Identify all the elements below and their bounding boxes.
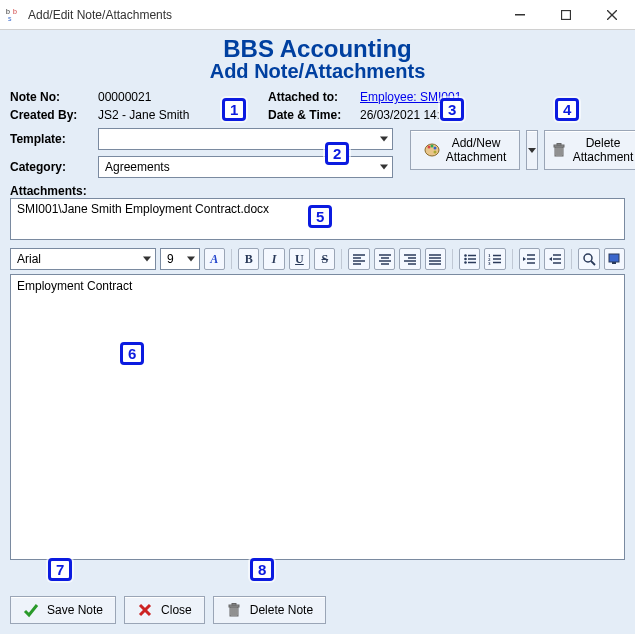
toolbar-separator — [512, 249, 513, 269]
check-icon — [23, 602, 39, 618]
delete-note-button[interactable]: Delete Note — [213, 596, 326, 624]
callout-5: 5 — [308, 205, 332, 228]
align-justify-button[interactable] — [425, 248, 446, 270]
callout-4: 4 — [555, 98, 579, 121]
note-editor-content: Employment Contract — [17, 279, 132, 293]
template-label: Template: — [10, 132, 98, 146]
svg-rect-15 — [557, 144, 561, 146]
svg-text:3: 3 — [488, 261, 491, 266]
minimize-button[interactable] — [497, 0, 543, 30]
svg-rect-57 — [609, 254, 619, 262]
outdent-button[interactable] — [519, 248, 540, 270]
created-by-label: Created By: — [10, 108, 98, 122]
italic-button[interactable]: I — [263, 248, 284, 270]
svg-point-37 — [464, 258, 467, 261]
toolbar-separator — [341, 249, 342, 269]
underline-button[interactable]: U — [289, 248, 310, 270]
svg-text:b: b — [6, 8, 10, 15]
add-new-attachment-button[interactable]: Add/New Attachment — [410, 130, 520, 170]
category-value: Agreements — [105, 160, 170, 174]
font-style-button[interactable]: A — [204, 248, 225, 270]
zoom-button[interactable] — [578, 248, 599, 270]
indent-button[interactable] — [544, 248, 565, 270]
client-area: BBS Accounting Add Note/Attachments Note… — [0, 30, 635, 634]
toolbar-separator — [231, 249, 232, 269]
align-right-button[interactable] — [399, 248, 420, 270]
maximize-button[interactable] — [543, 0, 589, 30]
palette-icon — [424, 142, 440, 158]
note-editor[interactable]: Employment Contract — [10, 274, 625, 560]
svg-point-35 — [464, 255, 467, 258]
save-note-label: Save Note — [47, 603, 103, 617]
svg-rect-3 — [515, 14, 525, 16]
callout-7: 7 — [48, 558, 72, 581]
callout-8: 8 — [250, 558, 274, 581]
svg-point-39 — [464, 262, 467, 265]
category-label: Category: — [10, 160, 98, 174]
svg-text:s: s — [8, 15, 12, 22]
trash-icon — [551, 142, 567, 158]
heading: BBS Accounting Add Note/Attachments — [10, 36, 625, 82]
bottom-actions: Save Note Close Delete Note — [10, 596, 625, 624]
font-family-select[interactable]: Arial — [10, 248, 156, 270]
bold-button[interactable]: B — [238, 248, 259, 270]
svg-text:b: b — [13, 8, 17, 15]
note-no-label: Note No: — [10, 90, 98, 104]
add-new-attachment-line2: Attachment — [446, 150, 507, 164]
svg-point-11 — [433, 151, 436, 154]
attachments-label: Attachments: — [10, 184, 625, 198]
add-new-attachment-line1: Add/New — [452, 136, 501, 150]
trash-icon — [226, 602, 242, 618]
font-size-value: 9 — [167, 252, 174, 266]
align-left-button[interactable] — [348, 248, 369, 270]
toolbar-separator — [452, 249, 453, 269]
callout-2: 2 — [325, 142, 349, 165]
save-note-button[interactable]: Save Note — [10, 596, 116, 624]
editor-toolbar: Arial 9 A B I U S 123 — [10, 246, 625, 272]
delete-note-label: Delete Note — [250, 603, 313, 617]
delete-attachment-line1: Delete — [586, 136, 621, 150]
attached-to-label: Attached to: — [268, 90, 360, 104]
close-window-button[interactable] — [589, 0, 635, 30]
font-family-value: Arial — [17, 252, 41, 266]
window-title: Add/Edit Note/Attachments — [28, 8, 172, 22]
svg-point-9 — [430, 145, 433, 148]
svg-marker-12 — [528, 148, 536, 153]
callout-1: 1 — [222, 98, 246, 121]
close-button[interactable]: Close — [124, 596, 205, 624]
heading-title: BBS Accounting — [10, 36, 625, 62]
svg-rect-63 — [232, 604, 236, 606]
svg-rect-4 — [562, 10, 571, 19]
svg-point-55 — [584, 254, 592, 262]
add-new-attachment-dropdown[interactable] — [526, 130, 538, 170]
callout-3: 3 — [440, 98, 464, 121]
svg-marker-51 — [549, 257, 552, 261]
font-size-select[interactable]: 9 — [160, 248, 200, 270]
toolbar-separator — [571, 249, 572, 269]
close-icon — [137, 602, 153, 618]
svg-rect-58 — [612, 262, 616, 264]
bullet-list-button[interactable] — [459, 248, 480, 270]
svg-point-10 — [433, 147, 436, 150]
svg-marker-47 — [523, 257, 526, 261]
heading-subtitle: Add Note/Attachments — [10, 60, 625, 82]
svg-line-56 — [591, 261, 595, 265]
app-icon: b b s — [6, 7, 22, 23]
close-label: Close — [161, 603, 192, 617]
title-bar: b b s Add/Edit Note/Attachments — [0, 0, 635, 30]
align-center-button[interactable] — [374, 248, 395, 270]
svg-point-8 — [427, 146, 430, 149]
preview-button[interactable] — [604, 248, 625, 270]
number-list-button[interactable]: 123 — [484, 248, 505, 270]
strikethrough-button[interactable]: S — [314, 248, 335, 270]
delete-attachment-button[interactable]: Delete Attachment — [544, 130, 635, 170]
delete-attachment-line2: Attachment — [573, 150, 634, 164]
date-time-label: Date & Time: — [268, 108, 360, 122]
callout-6: 6 — [120, 342, 144, 365]
